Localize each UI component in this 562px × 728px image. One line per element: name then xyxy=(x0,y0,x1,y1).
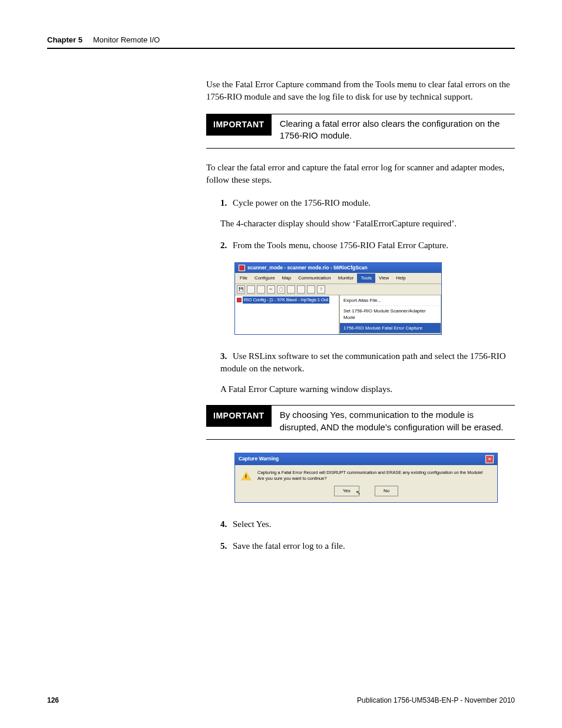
no-button[interactable]: No xyxy=(375,486,398,496)
chapter-title: Monitor Remote I/O xyxy=(93,35,160,44)
page: Chapter 5 Monitor Remote I/O Use the Fat… xyxy=(0,0,562,728)
menu-bar: File Configure Map Communication Monitor… xyxy=(235,273,441,283)
app-window: scanner_mode - scanner mode.rio - 56RioC… xyxy=(234,262,442,335)
dialog-body: Capturing a Fatal Error Record will DISR… xyxy=(235,465,497,484)
menu-file[interactable]: File xyxy=(236,274,251,282)
toolbar-help-icon[interactable]: ? xyxy=(317,285,325,294)
menu-communication[interactable]: Communication xyxy=(295,274,335,282)
step-number: 1. xyxy=(220,198,227,207)
step-5: 5. Save the fatal error log to a file. xyxy=(220,540,515,552)
dialog-msg-line2: Are you sure you want to continue? xyxy=(257,476,483,482)
chapter-label: Chapter 5 xyxy=(47,35,82,44)
step-2: 2. From the Tools menu, choose 1756-RIO … xyxy=(220,239,515,335)
dialog-message: Capturing a Fatal Error Record will DISR… xyxy=(257,470,483,482)
toolbar-icon[interactable] xyxy=(307,285,315,294)
important-text: By choosing Yes, communication to the mo… xyxy=(272,406,515,439)
step-number: 3. xyxy=(220,351,227,361)
step-list: 1. Cycle power on the 1756-RIO module. T… xyxy=(220,197,515,396)
menu-tools[interactable]: Tools xyxy=(357,274,375,282)
toolbar-icon[interactable] xyxy=(257,285,265,294)
tree-panel: RIO Config - [1 - 57K Baud - InpTags:1 O… xyxy=(235,295,339,335)
important-text: Clearing a fatal error also clears the c… xyxy=(272,114,515,148)
step-number: 2. xyxy=(220,241,227,250)
step-number: 4. xyxy=(220,519,227,529)
step-3: 3. Use RSLinx software to set the commun… xyxy=(220,350,515,396)
figure-tools-menu: scanner_mode - scanner mode.rio - 56RioC… xyxy=(234,262,515,335)
warning-icon xyxy=(241,471,252,480)
dialog-buttons: Yes↖ No xyxy=(235,483,497,502)
step-text: From the Tools menu, choose 1756-RIO Fat… xyxy=(233,241,448,250)
content-column: Use the Fatal Error Capture command from… xyxy=(206,78,515,552)
toolbar-paste-icon[interactable]: 📋 xyxy=(277,285,285,294)
dialog-titlebar: Capture Warning × xyxy=(235,453,497,465)
dropdown-fatal-error-capture[interactable]: 1756-RIO Module Fatal Error Capture xyxy=(340,323,441,334)
important-label: IMPORTANT xyxy=(206,406,272,427)
close-icon[interactable]: × xyxy=(485,455,494,463)
toolbar-icon[interactable] xyxy=(297,285,305,294)
important-label: IMPORTANT xyxy=(206,114,272,136)
window-title: scanner_mode - scanner mode.rio - 56RioC… xyxy=(247,265,368,272)
figure-capture-warning: Capture Warning × Capturing a Fatal Erro… xyxy=(220,453,515,503)
page-footer: 126 Publication 1756-UM534B-EN-P - Novem… xyxy=(47,696,515,704)
page-header: Chapter 5 Monitor Remote I/O xyxy=(47,35,515,49)
step-4: 4. Select Yes. xyxy=(220,518,515,531)
window-titlebar: scanner_mode - scanner mode.rio - 56RioC… xyxy=(235,263,441,274)
menu-configure[interactable]: Configure xyxy=(251,274,279,282)
tree-node[interactable]: RIO Config - [1 - 57K Baud - InpTags:1 O… xyxy=(243,297,329,304)
cursor-icon: ↖ xyxy=(356,489,361,496)
publication-id: Publication 1756-UM534B-EN-P - November … xyxy=(357,696,515,704)
toolbar: 💾 ✂ 📋 ? xyxy=(235,284,441,295)
step-number: 5. xyxy=(220,541,227,551)
tools-dropdown: Export Alias File... Set 1756-RIO Module… xyxy=(339,295,441,335)
step-text: Use RSLinx software to set the communica… xyxy=(220,351,506,373)
page-number: 126 xyxy=(47,696,59,704)
step-text: Save the fatal error log to a file. xyxy=(233,541,345,551)
important-box-1: IMPORTANT Clearing a fatal error also cl… xyxy=(206,114,515,149)
step-text: Select Yes. xyxy=(233,519,271,529)
app-icon xyxy=(239,265,245,271)
step-1: 1. Cycle power on the 1756-RIO module. T… xyxy=(220,197,515,230)
toolbar-save-icon[interactable]: 💾 xyxy=(237,285,245,294)
toolbar-cut-icon[interactable]: ✂ xyxy=(267,285,275,294)
dropdown-export-alias[interactable]: Export Alias File... xyxy=(340,295,441,306)
menu-monitor[interactable]: Monitor xyxy=(335,274,358,282)
dialog-window: Capture Warning × Capturing a Fatal Erro… xyxy=(234,453,498,503)
step-text: Cycle power on the 1756-RIO module. xyxy=(233,198,371,207)
lead-paragraph: To clear the fatal error and capture the… xyxy=(206,162,515,186)
app-body: RIO Config - [1 - 57K Baud - InpTags:1 O… xyxy=(235,295,441,335)
step-subtext: The 4-character display should show ‘Fat… xyxy=(220,218,515,230)
tree-node-icon xyxy=(237,298,242,302)
menu-map[interactable]: Map xyxy=(279,274,295,282)
menu-help[interactable]: Help xyxy=(392,274,409,282)
dropdown-set-mode[interactable]: Set 1756-RIO Module Scanner/Adapter Mode xyxy=(340,306,441,323)
important-box-2: IMPORTANT By choosing Yes, communication… xyxy=(206,405,515,440)
dialog-msg-line1: Capturing a Fatal Error Record will DISR… xyxy=(257,470,483,476)
intro-paragraph: Use the Fatal Error Capture command from… xyxy=(206,78,515,103)
menu-view[interactable]: View xyxy=(375,274,392,282)
step-subtext: A Fatal Error Capture warning window dis… xyxy=(220,383,515,396)
step-list-continued: 4. Select Yes. 5. Save the fatal error l… xyxy=(220,518,515,552)
toolbar-icon[interactable] xyxy=(247,285,255,294)
toolbar-icon[interactable] xyxy=(287,285,295,294)
dialog-title-text: Capture Warning xyxy=(239,456,279,463)
